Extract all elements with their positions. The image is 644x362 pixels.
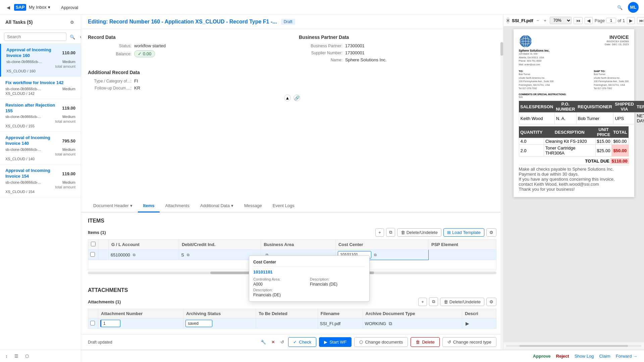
tab-document-header-dropdown: ▾ [130, 203, 132, 208]
sphere-branding: Sphere Solutions Inc. 225 Baker St. NW A… [519, 35, 550, 66]
att-select-checkbox[interactable] [90, 321, 95, 325]
task-item-0[interactable]: Approval of Incoming Invoice 160 110.00 … [0, 44, 81, 77]
att-row-checkbox[interactable] [88, 318, 98, 329]
attachments-add-button[interactable]: + [418, 298, 427, 306]
items-delete-button[interactable]: 🗑 Delete/Undelete [397, 228, 441, 237]
tab-additional-data[interactable]: Additional Data ▾ [195, 200, 239, 213]
filter-icon: ⚙ [70, 20, 74, 25]
row-checkbox[interactable] [88, 250, 99, 260]
footer-line-2: Payment is due within 30 days. [519, 172, 629, 177]
att-archiving-input[interactable] [185, 320, 212, 327]
refresh-button[interactable]: ↺ [279, 339, 285, 345]
item0-total: $60.00 [612, 138, 629, 145]
att-nav-button[interactable]: ▶ [464, 320, 471, 327]
attachments-settings-button[interactable]: ⚙ [486, 298, 496, 306]
items-table-container: G / L Account Debit/Credit Ind. Business… [88, 239, 496, 270]
task-item-1[interactable]: Fix workflow for Invoice 142 sb-clone-0b… [0, 77, 81, 99]
invoice-footer: Make all checks payable to Sphere Soluti… [519, 165, 629, 192]
tab-document-header[interactable]: Document Header ▾ [88, 200, 138, 213]
task-item-3[interactable]: Approval of Incoming Invoice 140 795.50 … [0, 132, 81, 165]
att-number-input[interactable] [100, 320, 120, 327]
share-button[interactable]: ⬡ [24, 353, 30, 359]
forward-button[interactable]: Forward → [616, 354, 637, 359]
attachments-delete-button[interactable]: 🗑 Delete/Undelete [440, 298, 484, 306]
supplier-row: Supplier Number: 17300001 [299, 50, 496, 55]
filter-button[interactable]: ☰ [13, 353, 20, 359]
change-record-button[interactable]: ↺ Change record type [442, 337, 496, 347]
row-select-checkbox[interactable] [90, 252, 95, 257]
claim-button[interactable]: Claim [599, 354, 610, 359]
search-button[interactable]: 🔍 [616, 4, 624, 11]
select-all-checkbox[interactable] [91, 242, 96, 246]
approve-button[interactable]: Approve [533, 354, 551, 359]
sidebar-filter-button[interactable]: ⚙ [69, 19, 75, 25]
items-settings-button[interactable]: ⚙ [486, 228, 496, 237]
pdf-nav-first-button[interactable]: ⏮ [574, 17, 583, 24]
page-input[interactable] [606, 18, 616, 23]
change-documents-button[interactable]: ⬡ Change documents [354, 337, 408, 347]
tab-items[interactable]: Items [138, 200, 160, 213]
task-item-4[interactable]: Approval of Incoming Invoice 154 119.00 … [0, 165, 81, 197]
task-item-2[interactable]: Revision after Rejection 155 119.00 sb-c… [0, 99, 81, 132]
attachments-table: Attachment Number Archiving Status To Be… [88, 309, 496, 329]
pdf-nav-prev-button[interactable]: ◀ [585, 17, 593, 24]
pdf-nav-last-button[interactable]: ⏭ [637, 17, 644, 24]
tab-event-logs[interactable]: Event Logs [267, 200, 300, 213]
pdf-horizontal-scrollbar[interactable] [506, 345, 641, 347]
cost-center-copy-button[interactable]: ⧉ [373, 252, 378, 258]
show-log-button[interactable]: Show Log [575, 354, 594, 359]
collapse-button[interactable]: ▲ [284, 95, 291, 101]
balance-label: Balance: [88, 52, 131, 56]
line-items-table: QUANTITY DESCRIPTION UNIT PRICE TOTAL 4.… [519, 126, 629, 157]
archive-type-copy-button[interactable]: ⧉ [387, 320, 393, 327]
tab-attachments[interactable]: Attachments [160, 200, 195, 213]
pdf-zoom-select[interactable]: 70% 50% 100% [550, 17, 572, 24]
pdf-zoom-out-button[interactable]: − [535, 17, 541, 24]
attachments-copy-button[interactable]: ⧉ [429, 297, 438, 306]
delete-button[interactable]: 🗑 Delete [411, 337, 440, 347]
pdf-close-button[interactable]: ✕ [506, 17, 510, 24]
pin-button[interactable]: 🔗 [293, 95, 300, 101]
sphere-company-info: Sphere Solutions Inc. 225 Baker St. NW A… [519, 49, 550, 66]
inbox-label[interactable]: My Inbox ▾ [29, 5, 50, 10]
item0-desc: Cleaning Kit FS-1920 [544, 138, 595, 145]
page-label: Page [595, 18, 605, 23]
name-value: Sphere Solutions Inc. [345, 57, 387, 62]
avatar[interactable]: ML [628, 2, 639, 13]
tab-message[interactable]: Message [239, 200, 267, 213]
ship-name: Bob Turner [594, 73, 629, 76]
search-input[interactable] [4, 33, 66, 41]
additional-record-section: Additional Record Data Type / Category o… [88, 70, 496, 90]
items-load-template-button[interactable]: ⊞ Load Template [443, 228, 484, 237]
item0-unit-price: $15.00 [595, 138, 612, 145]
controlling-area-field: Controlling Area: A000 [253, 277, 309, 287]
pdf-zoom-in-button[interactable]: + [542, 17, 548, 24]
gl-account-copy-button[interactable]: ⧉ [131, 252, 137, 258]
back-icon: ◀ [7, 5, 10, 10]
back-button[interactable]: ◀ [5, 4, 11, 11]
startwf-button[interactable]: ▶ Start WF [319, 337, 352, 347]
search-submit-button[interactable]: 🔍 [68, 34, 76, 40]
vertical-scrollbar[interactable] [500, 42, 503, 350]
task-amount-label-4: total amount [5, 185, 75, 189]
search-icon: 🔍 [70, 35, 75, 40]
task-path-2: XS_CLOUD / 155 [5, 124, 75, 128]
items-copy-button[interactable]: ⧉ [386, 228, 395, 237]
attachment-row: SSI_FI.pdf WORKING ⧉ [88, 318, 496, 329]
type-label: Type / Category of...: [88, 79, 131, 83]
items-add-button[interactable]: + [375, 228, 384, 237]
debit-credit-copy-button[interactable]: ⧉ [185, 252, 191, 258]
task-amount-0: 110.00 [62, 50, 75, 55]
dropdown-item-id[interactable]: 10101101 [253, 269, 365, 275]
sidebar-header: All Tasks (5) ⚙ [0, 15, 81, 30]
col-checkbox [88, 240, 99, 250]
check-button[interactable]: ✓ Check [288, 337, 316, 347]
balance-badge: ✓ 0.00 [134, 50, 155, 57]
wrench-button[interactable]: 🔧 [259, 339, 267, 345]
sort-button[interactable]: ↕ [4, 353, 9, 359]
status-label: Status: [88, 44, 131, 48]
cancel-button[interactable]: ✕ [270, 339, 276, 345]
pdf-nav-next-button[interactable]: ▶ [627, 17, 635, 24]
reject-button[interactable]: Reject [556, 354, 569, 359]
description-value-2: Financials (DE) [253, 293, 309, 297]
